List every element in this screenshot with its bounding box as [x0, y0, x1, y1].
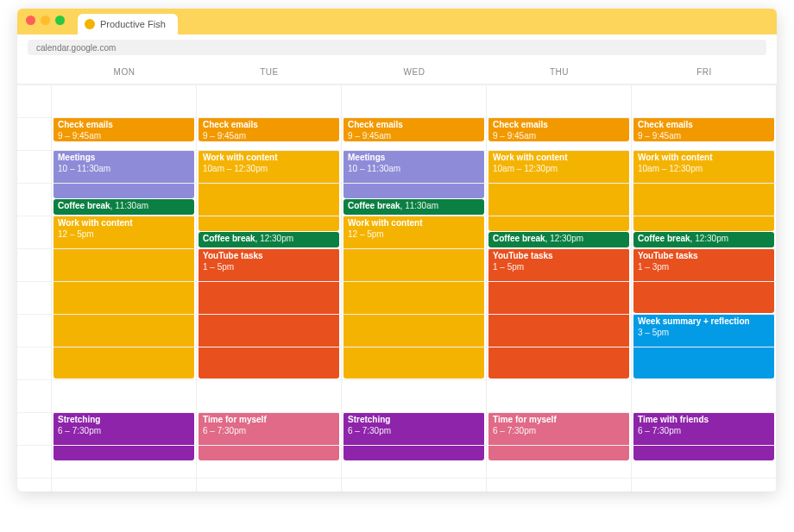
event-title: Time for myself — [493, 415, 625, 426]
calendar-event[interactable]: Coffee break12:30pm — [198, 232, 339, 247]
calendar-event[interactable]: Coffee break12:30pm — [488, 232, 629, 247]
event-time: 11:30am — [115, 201, 148, 210]
event-title: Coffee break — [203, 234, 255, 243]
event-time: 1 – 5pm — [493, 262, 625, 273]
calendar-event[interactable]: Coffee break11:30am — [343, 199, 484, 215]
event-title: YouTube tasks — [203, 251, 335, 262]
event-time: 12:30pm — [695, 234, 728, 243]
event-time: 10 – 11:30am — [58, 164, 190, 175]
day-header-fri: FRI — [632, 60, 777, 84]
event-time: 6 – 7:30pm — [203, 426, 335, 437]
event-time: 10am – 12:30pm — [493, 164, 625, 175]
event-title: YouTube tasks — [493, 251, 625, 262]
calendar-event[interactable]: YouTube tasks1 – 3pm — [633, 248, 774, 313]
event-time: 6 – 7:30pm — [348, 426, 480, 437]
calendar-event[interactable]: Check emails9 – 9:45am — [343, 117, 484, 141]
event-time: 11:30am — [405, 201, 438, 210]
event-title: Work with content — [348, 218, 480, 229]
event-time: 9 – 9:45am — [348, 131, 480, 141]
browser-tab[interactable]: Productive Fish — [78, 14, 178, 34]
event-title: Coffee break — [348, 201, 400, 210]
calendar-event[interactable]: Work with content12 – 5pm — [343, 216, 484, 379]
favicon-icon — [85, 19, 95, 29]
calendar-event[interactable]: Time for myself6 – 7:30pm — [198, 412, 339, 460]
address-bar[interactable]: calendar.google.com — [28, 40, 766, 55]
event-title: Meetings — [58, 153, 190, 164]
event-title: Coffee break — [493, 234, 545, 243]
day-header-thu: THU — [487, 60, 632, 84]
day-column-wed[interactable]: Check emails9 – 9:45amMeetings10 – 11:30… — [342, 84, 487, 491]
calendar-event[interactable]: Coffee break11:30am — [54, 199, 194, 215]
titlebar: Productive Fish — [17, 9, 777, 34]
event-title: Time for myself — [203, 415, 335, 426]
calendar-event[interactable]: Check emails9 – 9:45am — [54, 117, 194, 141]
calendar-event[interactable]: Meetings10 – 11:30am — [343, 150, 484, 198]
event-title: Work with content — [638, 153, 770, 164]
calendar-event[interactable]: YouTube tasks1 – 5pm — [488, 248, 629, 379]
calendar-event[interactable]: Coffee break12:30pm — [633, 232, 774, 247]
time-gutter — [17, 84, 52, 491]
day-column-tue[interactable]: Check emails9 – 9:45amWork with content1… — [197, 84, 342, 491]
event-time: 1 – 3pm — [638, 262, 770, 273]
calendar-event[interactable]: Check emails9 – 9:45am — [198, 117, 339, 141]
close-icon[interactable] — [26, 16, 35, 25]
calendar-event[interactable]: Check emails9 – 9:45am — [633, 117, 774, 141]
calendar-event[interactable]: Work with content10am – 12:30pm — [633, 150, 774, 231]
event-time: 9 – 9:45am — [58, 131, 190, 141]
tab-title: Productive Fish — [100, 19, 166, 29]
address-text: calendar.google.com — [36, 43, 116, 53]
event-time: 3 – 5pm — [638, 328, 770, 339]
event-title: Check emails — [348, 120, 480, 131]
event-time: 10am – 12:30pm — [203, 164, 335, 175]
maximize-icon[interactable] — [55, 16, 65, 25]
event-title: YouTube tasks — [638, 251, 770, 262]
event-time: 10 – 11:30am — [348, 164, 480, 175]
event-time: 9 – 9:45am — [203, 131, 335, 141]
calendar-event[interactable]: Work with content10am – 12:30pm — [198, 150, 339, 231]
event-title: Check emails — [58, 120, 190, 131]
gutter-header — [17, 60, 52, 84]
event-time: 12 – 5pm — [348, 229, 480, 241]
event-time: 10am – 12:30pm — [638, 164, 770, 175]
event-title: Check emails — [493, 120, 625, 131]
day-column-mon[interactable]: Check emails9 – 9:45amMeetings10 – 11:30… — [52, 84, 197, 491]
event-time: 6 – 7:30pm — [58, 426, 190, 437]
event-title: Week summary + reflection — [638, 316, 770, 328]
event-time: 1 – 5pm — [203, 262, 335, 273]
event-time: 6 – 7:30pm — [638, 426, 770, 437]
event-time: 12 – 5pm — [58, 229, 190, 241]
event-time: 12:30pm — [550, 234, 583, 243]
minimize-icon[interactable] — [41, 16, 50, 25]
event-time: 6 – 7:30pm — [493, 426, 625, 437]
day-column-thu[interactable]: Check emails9 – 9:45amWork with content1… — [487, 84, 632, 491]
calendar-event[interactable]: YouTube tasks1 – 5pm — [198, 248, 339, 379]
calendar-event[interactable]: Week summary + reflection3 – 5pm — [633, 314, 774, 379]
event-title: Check emails — [203, 120, 335, 131]
event-title: Coffee break — [58, 201, 110, 210]
calendar-grid[interactable]: Check emails9 – 9:45amMeetings10 – 11:30… — [17, 84, 777, 491]
calendar-event[interactable]: Work with content10am – 12:30pm — [488, 150, 629, 231]
day-header-tue: TUE — [197, 60, 342, 84]
event-title: Time with friends — [638, 415, 770, 426]
event-title: Coffee break — [638, 234, 690, 243]
event-time: 9 – 9:45am — [638, 131, 770, 141]
event-title: Meetings — [348, 153, 480, 164]
calendar-event[interactable]: Stretching6 – 7:30pm — [343, 412, 484, 460]
window-controls — [26, 16, 65, 25]
event-title: Stretching — [348, 415, 480, 426]
event-title: Work with content — [203, 153, 335, 164]
event-title: Work with content — [493, 153, 625, 164]
day-column-fri[interactable]: Check emails9 – 9:45amWork with content1… — [632, 84, 777, 491]
address-bar-region: calendar.google.com — [17, 34, 777, 60]
browser-window: Productive Fish calendar.google.com MON … — [17, 9, 777, 491]
calendar-event[interactable]: Time for myself6 – 7:30pm — [488, 412, 629, 460]
calendar-event[interactable]: Check emails9 – 9:45am — [488, 117, 629, 141]
event-title: Stretching — [58, 415, 190, 426]
calendar-event[interactable]: Stretching6 – 7:30pm — [54, 412, 194, 460]
calendar-event[interactable]: Time with friends6 – 7:30pm — [633, 412, 774, 460]
day-header-wed: WED — [342, 60, 487, 84]
calendar-event[interactable]: Meetings10 – 11:30am — [54, 150, 194, 198]
calendar-event[interactable]: Work with content12 – 5pm — [54, 216, 194, 379]
day-headers: MON TUE WED THU FRI — [17, 60, 777, 84]
event-time: 9 – 9:45am — [493, 131, 625, 141]
